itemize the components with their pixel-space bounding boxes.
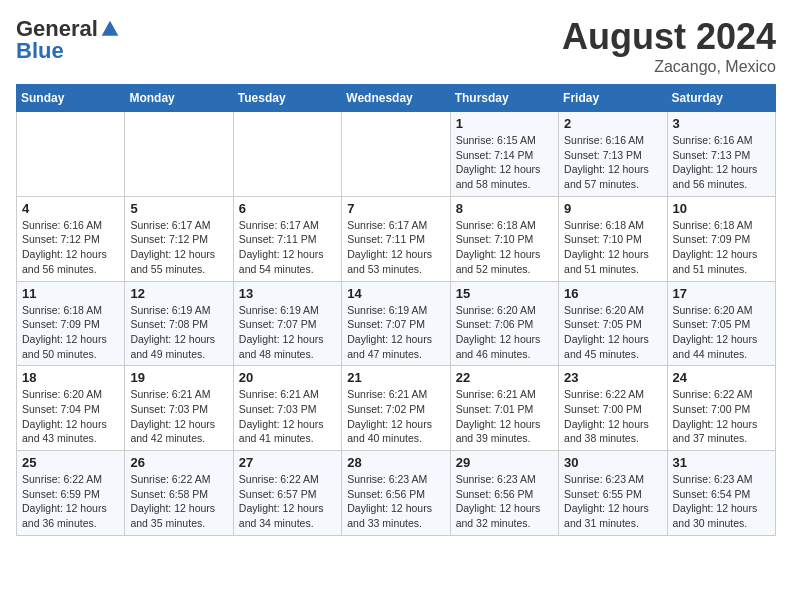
calendar-cell: 7Sunrise: 6:17 AM Sunset: 7:11 PM Daylig… <box>342 196 450 281</box>
day-info: Sunrise: 6:23 AM Sunset: 6:54 PM Dayligh… <box>673 472 770 531</box>
day-number: 1 <box>456 116 553 131</box>
calendar-day-header: Sunday <box>17 85 125 112</box>
day-info: Sunrise: 6:20 AM Sunset: 7:05 PM Dayligh… <box>564 303 661 362</box>
day-info: Sunrise: 6:23 AM Sunset: 6:55 PM Dayligh… <box>564 472 661 531</box>
calendar-week-row: 25Sunrise: 6:22 AM Sunset: 6:59 PM Dayli… <box>17 451 776 536</box>
day-info: Sunrise: 6:23 AM Sunset: 6:56 PM Dayligh… <box>456 472 553 531</box>
day-number: 4 <box>22 201 119 216</box>
logo-blue-text: Blue <box>16 38 64 64</box>
day-number: 7 <box>347 201 444 216</box>
day-info: Sunrise: 6:22 AM Sunset: 6:57 PM Dayligh… <box>239 472 336 531</box>
calendar-cell: 22Sunrise: 6:21 AM Sunset: 7:01 PM Dayli… <box>450 366 558 451</box>
calendar-week-row: 4Sunrise: 6:16 AM Sunset: 7:12 PM Daylig… <box>17 196 776 281</box>
calendar-cell: 14Sunrise: 6:19 AM Sunset: 7:07 PM Dayli… <box>342 281 450 366</box>
day-number: 20 <box>239 370 336 385</box>
day-number: 24 <box>673 370 770 385</box>
day-number: 31 <box>673 455 770 470</box>
calendar-cell: 8Sunrise: 6:18 AM Sunset: 7:10 PM Daylig… <box>450 196 558 281</box>
calendar-cell: 4Sunrise: 6:16 AM Sunset: 7:12 PM Daylig… <box>17 196 125 281</box>
calendar-cell: 24Sunrise: 6:22 AM Sunset: 7:00 PM Dayli… <box>667 366 775 451</box>
day-info: Sunrise: 6:17 AM Sunset: 7:11 PM Dayligh… <box>239 218 336 277</box>
calendar-cell: 29Sunrise: 6:23 AM Sunset: 6:56 PM Dayli… <box>450 451 558 536</box>
day-number: 23 <box>564 370 661 385</box>
calendar-cell: 26Sunrise: 6:22 AM Sunset: 6:58 PM Dayli… <box>125 451 233 536</box>
calendar-day-header: Wednesday <box>342 85 450 112</box>
day-info: Sunrise: 6:19 AM Sunset: 7:08 PM Dayligh… <box>130 303 227 362</box>
calendar-cell: 10Sunrise: 6:18 AM Sunset: 7:09 PM Dayli… <box>667 196 775 281</box>
day-number: 8 <box>456 201 553 216</box>
calendar-day-header: Tuesday <box>233 85 341 112</box>
day-info: Sunrise: 6:19 AM Sunset: 7:07 PM Dayligh… <box>239 303 336 362</box>
calendar-cell: 9Sunrise: 6:18 AM Sunset: 7:10 PM Daylig… <box>559 196 667 281</box>
calendar-cell: 16Sunrise: 6:20 AM Sunset: 7:05 PM Dayli… <box>559 281 667 366</box>
logo-icon <box>100 19 120 39</box>
day-info: Sunrise: 6:20 AM Sunset: 7:04 PM Dayligh… <box>22 387 119 446</box>
day-number: 21 <box>347 370 444 385</box>
calendar-cell: 13Sunrise: 6:19 AM Sunset: 7:07 PM Dayli… <box>233 281 341 366</box>
day-number: 9 <box>564 201 661 216</box>
day-number: 5 <box>130 201 227 216</box>
calendar-cell: 6Sunrise: 6:17 AM Sunset: 7:11 PM Daylig… <box>233 196 341 281</box>
calendar-day-header: Saturday <box>667 85 775 112</box>
day-number: 30 <box>564 455 661 470</box>
day-number: 3 <box>673 116 770 131</box>
day-number: 18 <box>22 370 119 385</box>
day-info: Sunrise: 6:22 AM Sunset: 7:00 PM Dayligh… <box>673 387 770 446</box>
day-info: Sunrise: 6:20 AM Sunset: 7:06 PM Dayligh… <box>456 303 553 362</box>
day-info: Sunrise: 6:20 AM Sunset: 7:05 PM Dayligh… <box>673 303 770 362</box>
day-info: Sunrise: 6:18 AM Sunset: 7:10 PM Dayligh… <box>456 218 553 277</box>
calendar-day-header: Friday <box>559 85 667 112</box>
calendar-day-header: Thursday <box>450 85 558 112</box>
day-number: 25 <box>22 455 119 470</box>
day-number: 17 <box>673 286 770 301</box>
day-info: Sunrise: 6:21 AM Sunset: 7:01 PM Dayligh… <box>456 387 553 446</box>
day-info: Sunrise: 6:18 AM Sunset: 7:10 PM Dayligh… <box>564 218 661 277</box>
calendar-table: SundayMondayTuesdayWednesdayThursdayFrid… <box>16 84 776 536</box>
calendar-week-row: 1Sunrise: 6:15 AM Sunset: 7:14 PM Daylig… <box>17 112 776 197</box>
day-number: 6 <box>239 201 336 216</box>
day-info: Sunrise: 6:22 AM Sunset: 6:59 PM Dayligh… <box>22 472 119 531</box>
calendar-cell: 30Sunrise: 6:23 AM Sunset: 6:55 PM Dayli… <box>559 451 667 536</box>
day-info: Sunrise: 6:21 AM Sunset: 7:02 PM Dayligh… <box>347 387 444 446</box>
month-title: August 2024 <box>562 16 776 58</box>
day-info: Sunrise: 6:18 AM Sunset: 7:09 PM Dayligh… <box>22 303 119 362</box>
day-number: 15 <box>456 286 553 301</box>
calendar-cell: 19Sunrise: 6:21 AM Sunset: 7:03 PM Dayli… <box>125 366 233 451</box>
calendar-cell: 25Sunrise: 6:22 AM Sunset: 6:59 PM Dayli… <box>17 451 125 536</box>
calendar-cell <box>17 112 125 197</box>
day-number: 10 <box>673 201 770 216</box>
day-number: 16 <box>564 286 661 301</box>
day-number: 19 <box>130 370 227 385</box>
calendar-cell: 21Sunrise: 6:21 AM Sunset: 7:02 PM Dayli… <box>342 366 450 451</box>
day-info: Sunrise: 6:21 AM Sunset: 7:03 PM Dayligh… <box>130 387 227 446</box>
calendar-cell: 23Sunrise: 6:22 AM Sunset: 7:00 PM Dayli… <box>559 366 667 451</box>
day-info: Sunrise: 6:18 AM Sunset: 7:09 PM Dayligh… <box>673 218 770 277</box>
calendar-cell: 27Sunrise: 6:22 AM Sunset: 6:57 PM Dayli… <box>233 451 341 536</box>
svg-marker-0 <box>102 21 119 36</box>
calendar-day-header: Monday <box>125 85 233 112</box>
calendar-cell: 31Sunrise: 6:23 AM Sunset: 6:54 PM Dayli… <box>667 451 775 536</box>
day-info: Sunrise: 6:21 AM Sunset: 7:03 PM Dayligh… <box>239 387 336 446</box>
day-number: 11 <box>22 286 119 301</box>
calendar-cell: 17Sunrise: 6:20 AM Sunset: 7:05 PM Dayli… <box>667 281 775 366</box>
day-info: Sunrise: 6:16 AM Sunset: 7:13 PM Dayligh… <box>673 133 770 192</box>
day-info: Sunrise: 6:17 AM Sunset: 7:11 PM Dayligh… <box>347 218 444 277</box>
day-info: Sunrise: 6:22 AM Sunset: 7:00 PM Dayligh… <box>564 387 661 446</box>
calendar-cell: 5Sunrise: 6:17 AM Sunset: 7:12 PM Daylig… <box>125 196 233 281</box>
day-number: 29 <box>456 455 553 470</box>
calendar-cell: 28Sunrise: 6:23 AM Sunset: 6:56 PM Dayli… <box>342 451 450 536</box>
day-info: Sunrise: 6:23 AM Sunset: 6:56 PM Dayligh… <box>347 472 444 531</box>
day-number: 28 <box>347 455 444 470</box>
day-info: Sunrise: 6:16 AM Sunset: 7:13 PM Dayligh… <box>564 133 661 192</box>
calendar-cell <box>233 112 341 197</box>
calendar-cell: 3Sunrise: 6:16 AM Sunset: 7:13 PM Daylig… <box>667 112 775 197</box>
page-header: General Blue August 2024 Zacango, Mexico <box>16 16 776 76</box>
day-number: 26 <box>130 455 227 470</box>
day-info: Sunrise: 6:19 AM Sunset: 7:07 PM Dayligh… <box>347 303 444 362</box>
calendar-cell: 2Sunrise: 6:16 AM Sunset: 7:13 PM Daylig… <box>559 112 667 197</box>
day-number: 14 <box>347 286 444 301</box>
day-info: Sunrise: 6:22 AM Sunset: 6:58 PM Dayligh… <box>130 472 227 531</box>
calendar-cell: 1Sunrise: 6:15 AM Sunset: 7:14 PM Daylig… <box>450 112 558 197</box>
calendar-cell <box>125 112 233 197</box>
calendar-cell: 18Sunrise: 6:20 AM Sunset: 7:04 PM Dayli… <box>17 366 125 451</box>
